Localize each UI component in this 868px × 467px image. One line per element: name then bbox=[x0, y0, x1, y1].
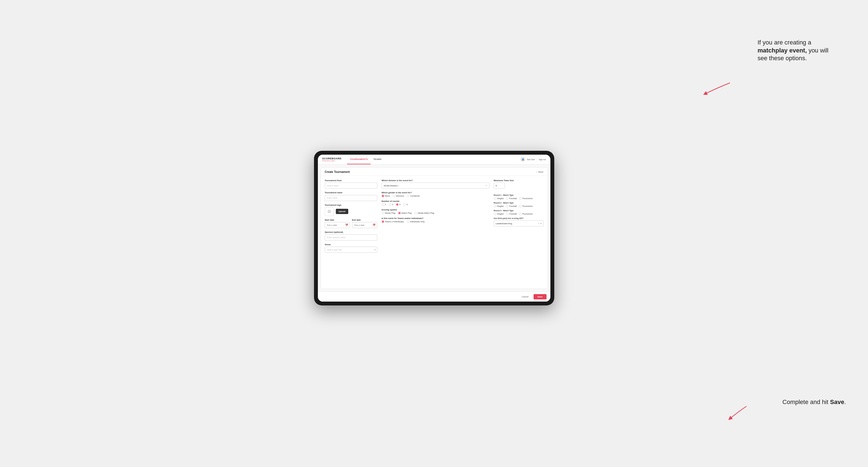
scoring-match-radio[interactable] bbox=[398, 212, 401, 214]
round-1-radio[interactable] bbox=[382, 203, 384, 206]
round-1-label: 1 bbox=[385, 203, 386, 206]
round3-foursomes-radio[interactable] bbox=[519, 213, 521, 215]
round-4[interactable]: 4 bbox=[403, 203, 408, 206]
max-size-label: Maximum Team Size bbox=[494, 179, 544, 182]
round2-foursomes[interactable]: Foursomes bbox=[519, 205, 533, 208]
form-header: Create Tournament ← Back bbox=[321, 168, 547, 176]
cancel-button[interactable]: Cancel bbox=[519, 294, 531, 299]
tournament-host-group: Tournament Host bbox=[325, 179, 377, 189]
round-4-label: 4 bbox=[406, 203, 408, 206]
scoring-stroke-radio[interactable] bbox=[382, 212, 384, 214]
round2-singles-label: Singles bbox=[497, 205, 504, 208]
start-date-group: Start date 📅 bbox=[325, 219, 350, 228]
scoring-label: Scoring system bbox=[382, 209, 489, 211]
round3-fourball[interactable]: Fourball bbox=[506, 213, 517, 215]
gender-combined-radio[interactable] bbox=[407, 195, 409, 197]
round2-options: Singles Fourball Foursomes bbox=[494, 205, 544, 208]
round3-fourball-radio[interactable] bbox=[506, 213, 508, 215]
calendar-icon-end: 📅 bbox=[373, 224, 376, 226]
venue-group: Venue ▾ bbox=[325, 243, 377, 253]
round1-fourball-radio[interactable] bbox=[506, 197, 508, 200]
scoring-match[interactable]: Match Play bbox=[398, 212, 412, 214]
scoring-radio-group: Stroke Play Match Play Medal Match Play bbox=[382, 212, 489, 214]
round-3-radio[interactable] bbox=[396, 203, 399, 206]
gender-womens[interactable]: Womens bbox=[393, 195, 404, 197]
form-footer: Cancel Save bbox=[318, 292, 550, 302]
round-4-radio[interactable] bbox=[403, 203, 406, 206]
annotation-bold-save: Save bbox=[830, 399, 844, 405]
round2-singles[interactable]: Singles bbox=[494, 205, 504, 208]
round-1[interactable]: 1 bbox=[382, 203, 386, 206]
tournament-name-input[interactable] bbox=[325, 195, 377, 201]
division-select[interactable]: NCAA Division I bbox=[382, 183, 489, 189]
gender-combined[interactable]: Combined bbox=[407, 195, 420, 197]
venue-label: Venue bbox=[325, 243, 377, 246]
annotation-bottom-right: Complete and hit Save. bbox=[782, 398, 846, 406]
teams-radio[interactable] bbox=[382, 220, 384, 223]
save-button[interactable]: Save bbox=[533, 294, 547, 299]
back-button[interactable]: ← Back bbox=[535, 171, 543, 173]
upload-button[interactable]: Upload bbox=[336, 209, 348, 214]
date-row: Start date 📅 End date bbox=[325, 219, 377, 228]
round1-foursomes[interactable]: Foursomes bbox=[519, 197, 533, 200]
nav-teams[interactable]: TEAMS bbox=[371, 155, 384, 164]
round3-singles[interactable]: Singles bbox=[494, 213, 504, 215]
api-clear-icon[interactable]: × bbox=[538, 222, 539, 225]
api-select-wrap[interactable]: Leaderboard King × ▾ bbox=[494, 220, 544, 226]
round2-foursomes-radio[interactable] bbox=[519, 205, 521, 208]
form-container: Create Tournament ← Back Tournament Host… bbox=[321, 167, 548, 289]
user-avatar: 👤 bbox=[521, 157, 525, 161]
main-content: Create Tournament ← Back Tournament Host… bbox=[318, 165, 550, 302]
gender-womens-radio[interactable] bbox=[393, 195, 395, 197]
scoring-medal-radio[interactable] bbox=[414, 212, 417, 214]
logo-upload-area: 🖼 Upload bbox=[325, 207, 377, 216]
round1-foursomes-radio[interactable] bbox=[519, 197, 521, 200]
round3-match-type: Round 3 - Match Type Singles Fourball bbox=[494, 210, 544, 215]
venue-input[interactable] bbox=[325, 247, 377, 253]
tournament-logo-group: Tournament logo 🖼 Upload bbox=[325, 204, 377, 216]
gender-group: Which gender is the event for? Mens Wome… bbox=[382, 191, 489, 197]
round1-fourball-label: Fourball bbox=[509, 197, 517, 200]
rounds-radio-group: 1 2 3 bbox=[382, 203, 489, 206]
round1-foursomes-label: Foursomes bbox=[522, 197, 533, 200]
teams-radio-group: Teams (+Individuals) Individuals Only bbox=[382, 220, 489, 223]
round3-singles-radio[interactable] bbox=[494, 213, 496, 215]
round2-fourball[interactable]: Fourball bbox=[506, 205, 517, 208]
logo-area: SCOREBOARD Powered by clippit bbox=[322, 157, 342, 161]
max-size-input[interactable] bbox=[494, 183, 505, 189]
annotation-bold-matchplay: matchplay event, bbox=[757, 47, 807, 54]
round1-fourball[interactable]: Fourball bbox=[506, 197, 517, 200]
api-controls: × ▾ bbox=[538, 222, 541, 225]
api-chevron-icon[interactable]: ▾ bbox=[540, 222, 541, 225]
form-body: Tournament Host Tournament name Tourname… bbox=[321, 176, 547, 259]
tournament-host-input[interactable] bbox=[325, 183, 377, 189]
gender-mens[interactable]: Mens bbox=[382, 195, 390, 197]
sponsor-input[interactable] bbox=[325, 235, 377, 241]
round3-foursomes[interactable]: Foursomes bbox=[519, 213, 533, 215]
teams-plus-individuals[interactable]: Teams (+Individuals) bbox=[382, 220, 404, 223]
navbar: SCOREBOARD Powered by clippit TOURNAMENT… bbox=[318, 155, 550, 165]
nav-tournaments[interactable]: TOURNAMENTS bbox=[347, 155, 371, 164]
round-2[interactable]: 2 bbox=[389, 203, 393, 206]
round1-singles-radio[interactable] bbox=[494, 197, 496, 200]
sign-out-link[interactable]: Sign out bbox=[539, 158, 546, 160]
form-col-left: Tournament Host Tournament name Tourname… bbox=[325, 179, 377, 256]
individuals-radio[interactable] bbox=[407, 220, 409, 223]
round1-singles[interactable]: Singles bbox=[494, 197, 504, 200]
gender-mens-radio[interactable] bbox=[382, 195, 384, 197]
scoring-stroke[interactable]: Stroke Play bbox=[382, 212, 396, 214]
teams-group: Is this event for Teams and/or Individua… bbox=[382, 217, 489, 223]
max-size-group: Maximum Team Size bbox=[494, 179, 544, 192]
round3-options: Singles Fourball Foursomes bbox=[494, 213, 544, 215]
round-3[interactable]: 3 bbox=[396, 203, 400, 206]
form-col-right: Maximum Team Size Round 1 - Match Type S… bbox=[494, 179, 544, 256]
scoring-medal[interactable]: Medal Match Play bbox=[414, 212, 434, 214]
gender-mens-label: Mens bbox=[385, 195, 390, 197]
teams-label-text: Teams (+Individuals) bbox=[385, 220, 404, 223]
individuals-only[interactable]: Individuals Only bbox=[407, 220, 425, 223]
round2-singles-radio[interactable] bbox=[494, 205, 496, 208]
annotation-top-right: If you are creating a matchplay event, y… bbox=[757, 39, 835, 62]
round2-match-type: Round 2 - Match Type Singles Fourball bbox=[494, 202, 544, 208]
round-2-radio[interactable] bbox=[389, 203, 391, 206]
round2-fourball-radio[interactable] bbox=[506, 205, 508, 208]
